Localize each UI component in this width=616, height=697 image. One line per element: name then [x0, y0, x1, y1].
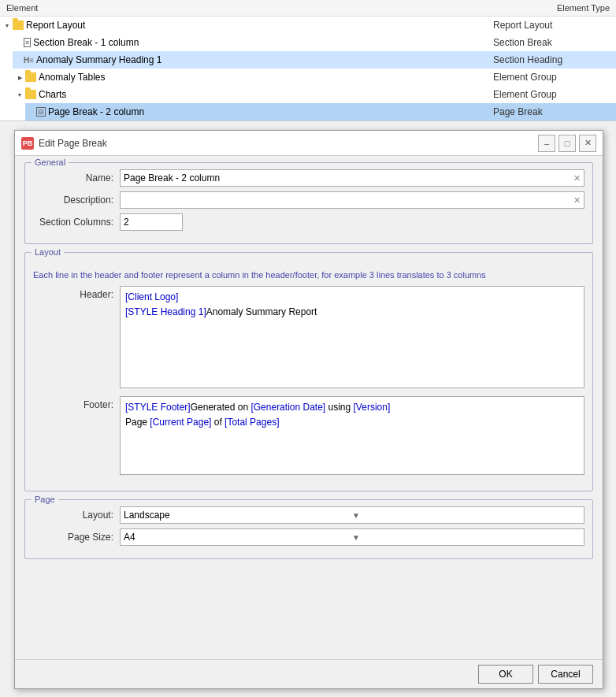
expand-icon[interactable]: [16, 91, 24, 98]
header-label: Header:: [33, 286, 120, 300]
section-columns-label: Section Columns:: [33, 217, 120, 228]
footer-label: Footer:: [33, 396, 120, 410]
layout-row: Layout: Landscape ▼: [33, 506, 584, 524]
tree-item-label: Section Break - 1 column: [33, 37, 487, 48]
client-logo-token: [Client Logo]: [125, 291, 178, 302]
header-line2: [STYLE Heading 1]Anomaly Summary Report: [125, 305, 579, 320]
description-label: Description:: [33, 195, 120, 206]
folder-icon: [25, 90, 36, 99]
tree-item-type: Element Group: [487, 72, 613, 83]
section-break-icon: ≡: [24, 38, 31, 47]
heading-icon: H≡: [24, 56, 34, 65]
name-row: Name: ✕: [33, 169, 584, 187]
dialog-title: Edit Page Break: [39, 138, 538, 149]
total-pages-token: [Total Pages]: [225, 417, 279, 428]
tree-item-type: Page Break: [487, 106, 613, 117]
tree-item-type: Report Layout: [487, 20, 613, 31]
section-columns-input-wrapper: [120, 213, 183, 231]
folder-icon: [13, 20, 24, 30]
ok-button[interactable]: OK: [478, 665, 533, 684]
tree-row[interactable]: Report Layout Report Layout: [0, 17, 616, 34]
edit-page-break-dialog: PB Edit Page Break – □ ✕ General Name: ✕…: [14, 130, 603, 689]
tree-item-type: Element Group: [487, 89, 613, 100]
dialog-footer: OK Cancel: [15, 659, 603, 688]
layout-value: Landscape: [124, 510, 352, 521]
general-section: General Name: ✕ Description: ✕ Section: [24, 162, 593, 244]
section-columns-row: Section Columns:: [33, 213, 584, 231]
current-page-token: [Current Page]: [150, 417, 211, 428]
page-size-dropdown-arrow: ▼: [352, 533, 581, 542]
page-size-label: Page Size:: [33, 532, 120, 543]
tree-panel: Element Element Type Report Layout Repor…: [0, 0, 616, 121]
expand-icon[interactable]: [3, 21, 11, 29]
footer-line2: Page [Current Page] of [Total Pages]: [125, 415, 579, 430]
section-columns-input[interactable]: [124, 217, 171, 228]
page-size-value: A4: [124, 532, 352, 543]
dialog-app-icon: PB: [21, 137, 34, 150]
tree-row[interactable]: Charts Element Group: [13, 86, 616, 103]
tree-item-type: Section Heading: [487, 54, 613, 65]
layout-label: Layout:: [33, 510, 120, 521]
name-input-wrapper: ✕: [120, 169, 584, 187]
footer-textarea[interactable]: [STYLE Footer]Generated on [Generation D…: [120, 396, 584, 475]
page-section-title: Page: [32, 495, 58, 504]
footer-using-text: using: [325, 402, 353, 413]
footer-of-text: of: [211, 417, 225, 428]
page-size-row: Page Size: A4 ▼: [33, 528, 584, 546]
header-line1: [Client Logo]: [125, 290, 579, 305]
dialog-titlebar: PB Edit Page Break – □ ✕: [15, 131, 603, 156]
tree-item-label: Anomaly Tables: [39, 72, 487, 83]
maximize-button[interactable]: □: [558, 135, 576, 152]
tree-item-label: Report Layout: [26, 20, 487, 31]
footer-page-text: Page: [125, 417, 150, 428]
description-input[interactable]: [124, 195, 570, 206]
footer-generated-text: Generated on: [191, 402, 251, 413]
footer-row: Footer: [STYLE Footer]Generated on [Gene…: [33, 396, 584, 475]
tree-item-label: Charts: [39, 89, 487, 100]
description-input-wrapper: ✕: [120, 191, 584, 209]
dialog-content: General Name: ✕ Description: ✕ Section: [15, 156, 603, 659]
description-row: Description: ✕: [33, 191, 584, 209]
page-break-icon: ⊟: [36, 107, 46, 117]
layout-section: Layout Each line in the header and foote…: [24, 252, 593, 491]
version-token: [Version]: [354, 402, 391, 413]
dialog-icon-label: PB: [23, 139, 33, 147]
cancel-button[interactable]: Cancel: [538, 665, 593, 684]
page-size-select[interactable]: A4 ▼: [120, 528, 584, 546]
tree-item-type: Section Break: [487, 37, 613, 48]
layout-select[interactable]: Landscape ▼: [120, 506, 584, 524]
style-footer-token: [STYLE Footer]: [125, 402, 191, 413]
description-clear-button[interactable]: ✕: [573, 195, 581, 206]
minimize-button[interactable]: –: [538, 135, 555, 152]
folder-icon: [25, 72, 36, 82]
expand-icon[interactable]: [16, 73, 24, 81]
header-textarea[interactable]: [Client Logo] [STYLE Heading 1]Anomaly S…: [120, 286, 584, 388]
tree-item-label: Page Break - 2 column: [48, 106, 487, 117]
name-clear-button[interactable]: ✕: [573, 173, 581, 184]
header-row: Header: [Client Logo] [STYLE Heading 1]A…: [33, 286, 584, 388]
tree-row[interactable]: ⊟ Page Break - 2 column Page Break: [25, 103, 616, 120]
layout-description: Each line in the header and footer repre…: [33, 270, 584, 280]
tree-row[interactable]: H≡ Anomaly Summary Heading 1 Section Hea…: [13, 51, 616, 69]
tree-row[interactable]: ≡ Section Break - 1 column Section Break: [13, 34, 616, 51]
page-section: Page Layout: Landscape ▼ Page Size: A4 ▼: [24, 499, 593, 559]
element-column-header: Element: [6, 3, 38, 13]
tree-header: Element Element Type: [0, 0, 616, 17]
layout-section-title: Layout: [32, 247, 64, 257]
footer-line1: [STYLE Footer]Generated on [Generation D…: [125, 400, 579, 415]
style-heading-token: [STYLE Heading 1]: [125, 306, 206, 317]
layout-dropdown-arrow: ▼: [352, 511, 581, 520]
general-section-title: General: [32, 158, 69, 167]
window-buttons: – □ ✕: [538, 135, 596, 152]
tree-row[interactable]: Anomaly Tables Element Group: [13, 69, 616, 86]
header-text: Anomaly Summary Report: [206, 306, 317, 317]
tree-item-label: Anomaly Summary Heading 1: [36, 54, 487, 65]
generation-date-token: [Generation Date]: [250, 402, 325, 413]
close-button[interactable]: ✕: [579, 135, 596, 152]
name-label: Name:: [33, 172, 120, 184]
name-input[interactable]: [124, 172, 570, 184]
type-column-header: Element Type: [557, 3, 610, 13]
